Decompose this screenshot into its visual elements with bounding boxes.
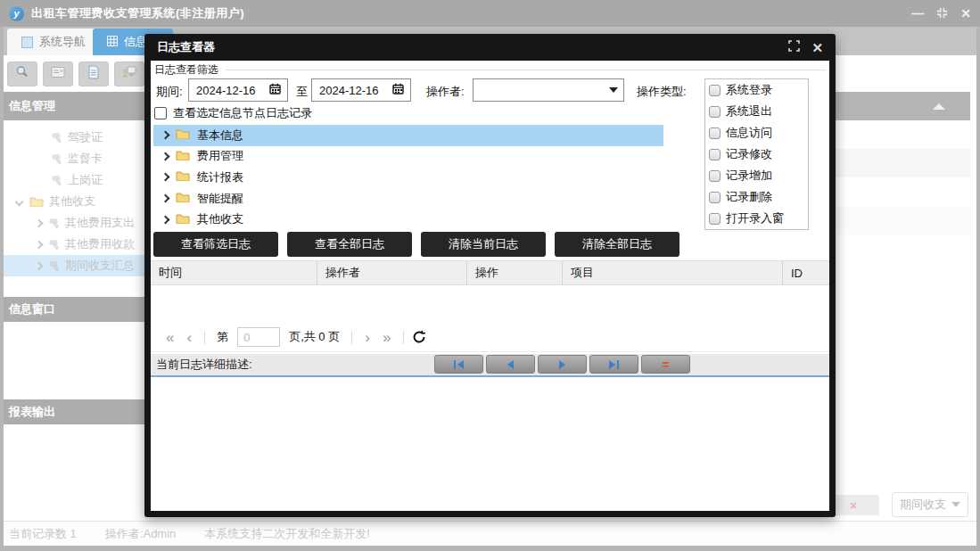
calendar-icon[interactable] xyxy=(392,83,404,97)
column-header-id[interactable]: ID xyxy=(782,261,829,284)
dialog-titlebar[interactable]: 日志查看器 ✕ xyxy=(144,34,836,61)
chevron-right-icon xyxy=(35,218,44,227)
triangle-right-icon xyxy=(559,360,565,369)
nav-minus-button[interactable]: = xyxy=(641,355,690,374)
nav-prev-button[interactable] xyxy=(486,355,535,374)
chevron-right-icon xyxy=(35,240,44,249)
chevron-right-icon xyxy=(161,215,170,224)
sidebar-item-other-income-expense[interactable]: 其他收支 xyxy=(0,191,144,212)
optype-system-logout[interactable]: 系统退出 xyxy=(705,101,808,122)
date-to-input[interactable] xyxy=(319,84,392,97)
tree-item-fee-management[interactable]: 费用管理 xyxy=(153,146,663,168)
tree-item-basic-info[interactable]: 基本信息 xyxy=(153,125,663,146)
search-button[interactable] xyxy=(7,62,37,86)
nav-first-button[interactable] xyxy=(434,355,483,374)
tree-item-statistics-report[interactable]: 统计报表 xyxy=(153,167,663,188)
sidebar-item-driver-license[interactable]: 驾驶证 xyxy=(0,127,144,148)
last-page-button[interactable]: » xyxy=(376,330,397,345)
optype-record-modify[interactable]: 记录修改 xyxy=(705,144,808,165)
sidebar-section-report-output[interactable]: 报表输出 xyxy=(0,399,144,424)
document-button[interactable] xyxy=(78,62,109,86)
date-from-input[interactable] xyxy=(196,84,269,97)
checkbox-icon[interactable] xyxy=(709,213,721,225)
card-view-button[interactable] xyxy=(43,62,73,86)
checkbox-icon[interactable] xyxy=(709,85,721,96)
sidebar-item-work-permit[interactable]: 上岗证 xyxy=(0,169,144,191)
date-to-field[interactable] xyxy=(311,78,411,102)
optype-record-delete[interactable]: 记录删除 xyxy=(705,186,808,208)
page-number-input[interactable] xyxy=(237,327,280,347)
minimize-button[interactable]: — xyxy=(911,7,924,20)
period-dropdown[interactable]: 期间收支 xyxy=(892,492,968,517)
nav-last-button[interactable] xyxy=(589,355,638,374)
clear-all-logs-button[interactable]: 清除全部日志 xyxy=(555,232,679,257)
tool-icon xyxy=(52,132,63,144)
restore-icon[interactable] xyxy=(936,7,948,21)
view-all-logs-button[interactable]: 查看全部日志 xyxy=(287,232,412,257)
tree-item-smart-reminder[interactable]: 智能提醒 xyxy=(153,188,663,210)
optype-open-entry-window[interactable]: 打开录入窗 xyxy=(705,208,808,229)
optype-info-access[interactable]: 信息访问 xyxy=(705,122,808,144)
close-button[interactable]: ✕ xyxy=(960,7,971,20)
column-header-project[interactable]: 项目 xyxy=(562,261,782,284)
sidebar-item-supervision-card[interactable]: 监督卡 xyxy=(0,148,144,169)
tree-item-label: 基本信息 xyxy=(197,127,243,144)
tool-icon xyxy=(49,260,61,272)
section-title: 信息窗口 xyxy=(9,301,55,317)
view-filtered-logs-button[interactable]: 查看筛选日志 xyxy=(153,232,278,257)
operator-combobox[interactable] xyxy=(473,78,624,102)
period-label: 期间: xyxy=(156,84,183,100)
dialog-tree: 基本信息 费用管理 统计报表 智能提醒 xyxy=(153,125,663,230)
tab-system-navigation[interactable]: 系统导航 xyxy=(7,29,100,55)
column-header-time[interactable]: 时间 xyxy=(151,261,317,284)
tree-item-other-income-expense[interactable]: 其他收支 xyxy=(153,209,663,230)
column-header-operation[interactable]: 操作 xyxy=(466,261,562,284)
next-page-button[interactable]: › xyxy=(358,330,376,345)
operator-label: 操作者: xyxy=(426,84,465,100)
tree-item-label: 智能提醒 xyxy=(197,191,243,207)
checkbox-icon[interactable] xyxy=(709,170,721,182)
collapse-arrow-icon[interactable] xyxy=(933,103,945,110)
sidebar-item-label: 期间收支汇总 xyxy=(65,258,135,274)
user-log-button[interactable] xyxy=(114,62,144,86)
sidebar-item-period-summary[interactable]: 期间收支汇总 xyxy=(0,255,144,276)
tool-icon xyxy=(52,153,63,165)
maximize-icon[interactable] xyxy=(788,40,800,54)
tab-label: 系统导航 xyxy=(39,34,86,50)
checkbox-icon[interactable] xyxy=(709,127,721,139)
view-node-log-checkbox[interactable]: 查看选定信息节点日志记录 xyxy=(154,105,312,121)
prev-page-button[interactable]: ‹ xyxy=(180,330,198,345)
pagination-bar: « ‹ 第 页,共 0 页 › » xyxy=(151,323,829,352)
card-icon xyxy=(51,66,65,82)
sidebar-item-other-expense-in[interactable]: 其他费用收款 xyxy=(0,234,144,255)
nav-next-button[interactable] xyxy=(538,355,587,374)
detail-label: 当前日志详细描述: xyxy=(156,357,252,373)
to-label: 至 xyxy=(296,84,308,100)
dialog-actions: 查看筛选日志 查看全部日志 清除当前日志 清除全部日志 xyxy=(153,232,829,257)
sidebar-item-other-expense-out[interactable]: 其他费用支出 xyxy=(0,212,144,234)
chevron-right-icon xyxy=(161,194,170,203)
sidebar-item-label: 驾驶证 xyxy=(68,129,103,145)
grid-icon xyxy=(107,36,118,49)
checkbox-icon[interactable] xyxy=(154,107,167,119)
checkbox-label: 系统登录 xyxy=(726,82,772,98)
checkbox-icon[interactable] xyxy=(709,149,721,160)
first-page-button[interactable]: « xyxy=(160,330,180,345)
refresh-icon[interactable] xyxy=(412,330,426,344)
date-from-field[interactable] xyxy=(188,78,288,102)
checkbox-icon[interactable] xyxy=(709,192,721,203)
window-icon xyxy=(21,37,33,48)
calendar-icon[interactable] xyxy=(269,83,281,97)
dialog-close-button[interactable]: ✕ xyxy=(811,41,823,54)
sidebar-section-info-window[interactable]: 信息窗口 xyxy=(0,297,144,322)
detail-textarea[interactable] xyxy=(151,377,829,511)
sidebar-section-info-management[interactable]: 信息管理 xyxy=(0,92,144,120)
clear-current-logs-button[interactable]: 清除当前日志 xyxy=(421,232,546,257)
log-viewer-dialog: 日志查看器 ✕ 日志查看筛选 期间: xyxy=(144,34,836,517)
operation-type-list: 系统登录 系统退出 信息访问 记录修改 记录增加 记录删除 打开录入窗 xyxy=(704,78,809,230)
column-header-operator[interactable]: 操作者 xyxy=(317,261,466,284)
checkbox-icon[interactable] xyxy=(709,106,721,118)
optype-system-login[interactable]: 系统登录 xyxy=(705,79,808,101)
optype-record-add[interactable]: 记录增加 xyxy=(705,165,808,186)
tool-icon xyxy=(52,175,63,186)
